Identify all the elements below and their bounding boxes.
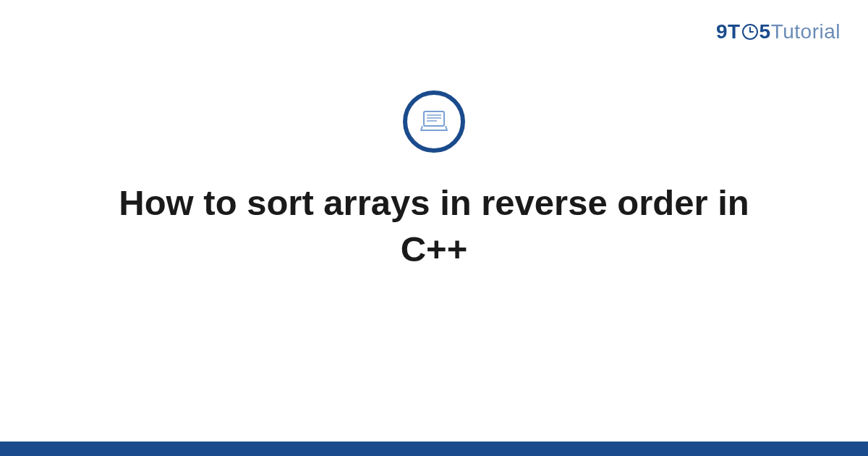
laptop-icon bbox=[417, 104, 451, 139]
main-content: How to sort arrays in reverse order in C… bbox=[0, 90, 868, 272]
clock-icon bbox=[741, 23, 759, 41]
bottom-accent-bar bbox=[0, 442, 868, 456]
svg-rect-3 bbox=[424, 111, 444, 126]
site-logo: 9T 5 Tutorial bbox=[716, 20, 841, 43]
laptop-icon-circle bbox=[403, 90, 465, 153]
logo-text-9t: 9T bbox=[716, 20, 741, 43]
logo-text-tutorial: Tutorial bbox=[771, 20, 841, 43]
logo-text-5: 5 bbox=[760, 20, 771, 43]
page-title: How to sort arrays in reverse order in C… bbox=[72, 180, 796, 272]
